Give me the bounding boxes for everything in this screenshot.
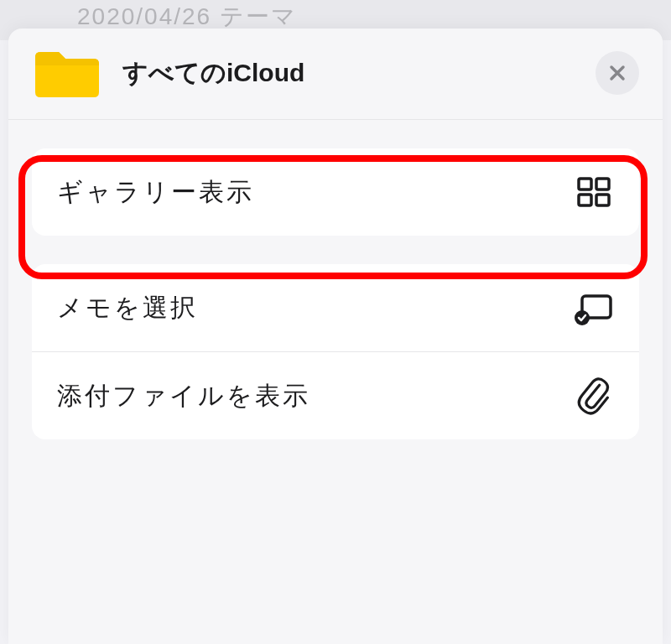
background-text: 2020/04/26 テーマ — [77, 3, 297, 29]
menu-item-label: 添付ファイルを表示 — [57, 379, 310, 413]
select-icon — [574, 288, 614, 328]
menu-item-gallery-view[interactable]: ギャラリー表示 — [32, 148, 639, 236]
paperclip-icon — [574, 376, 614, 416]
action-sheet: すべてのiCloud ギャラリー表示 — [8, 29, 663, 644]
folder-icon — [32, 45, 102, 101]
menu-item-select-notes[interactable]: メモを選択 — [32, 264, 639, 351]
close-icon — [609, 65, 626, 81]
header-left: すべてのiCloud — [32, 45, 304, 101]
menu-item-show-attachments[interactable]: 添付ファイルを表示 — [32, 351, 639, 439]
menu-item-label: ギャラリー表示 — [57, 175, 254, 210]
sheet-title: すべてのiCloud — [122, 56, 304, 91]
svg-rect-0 — [579, 179, 591, 190]
grid-icon — [574, 172, 614, 212]
svg-rect-2 — [579, 195, 591, 205]
svg-rect-1 — [596, 179, 609, 190]
close-button[interactable] — [596, 51, 639, 95]
sheet-header: すべてのiCloud — [8, 29, 663, 120]
menu-item-label: メモを選択 — [57, 291, 198, 325]
menu-group-2: メモを選択 添付ファイルを表示 — [32, 264, 639, 439]
sheet-content: ギャラリー表示 メモを選択 — [8, 120, 663, 439]
svg-rect-3 — [596, 195, 609, 205]
menu-group-1: ギャラリー表示 — [32, 148, 639, 236]
